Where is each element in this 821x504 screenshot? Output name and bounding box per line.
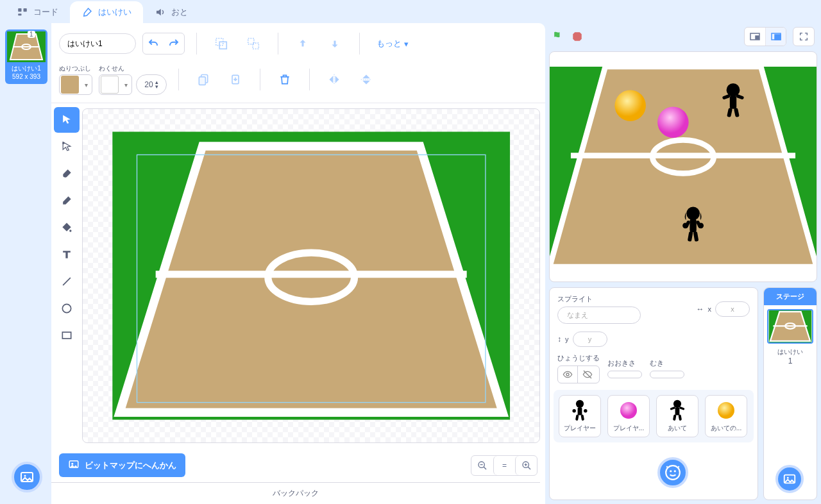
svg-rect-75 bbox=[673, 414, 677, 421]
flip-vertical-button[interactable] bbox=[353, 67, 379, 92]
stage-thumbnail[interactable] bbox=[767, 309, 813, 344]
svg-rect-65 bbox=[578, 407, 582, 415]
fill-tool[interactable] bbox=[54, 215, 80, 240]
paste-button[interactable] bbox=[223, 67, 248, 92]
zoom-controls: = bbox=[471, 455, 537, 476]
tab-costumes[interactable]: はいけい bbox=[70, 1, 143, 23]
delete-button[interactable] bbox=[272, 67, 298, 92]
forward-button[interactable] bbox=[290, 31, 316, 56]
editor-tabs: コード はいけい おと bbox=[0, 0, 821, 23]
zoom-in-button[interactable] bbox=[515, 456, 537, 475]
size-label: おおきさ bbox=[607, 358, 642, 368]
flip-horizontal-button[interactable] bbox=[321, 67, 347, 92]
svg-point-16 bbox=[62, 142, 64, 144]
sprite-thumb bbox=[618, 399, 639, 421]
sound-icon bbox=[155, 6, 166, 18]
backward-button[interactable] bbox=[322, 31, 348, 56]
costume-name: はいけい1 bbox=[5, 64, 47, 73]
small-stage-button[interactable] bbox=[745, 28, 765, 46]
visibility-toggle[interactable] bbox=[557, 365, 600, 383]
chevron-down-icon: ▾ bbox=[120, 81, 131, 88]
stop-button[interactable] bbox=[571, 30, 584, 43]
sprite-item-opponent[interactable]: あいて bbox=[656, 395, 698, 437]
image-icon bbox=[68, 458, 80, 472]
fill-color-picker[interactable]: ▾ bbox=[59, 74, 92, 95]
convert-bitmap-button[interactable]: ビットマップにへんかん bbox=[59, 453, 185, 477]
sprite-thumb bbox=[666, 399, 688, 421]
tab-sounds[interactable]: おと bbox=[143, 1, 199, 23]
convert-label: ビットマップにへんかん bbox=[85, 460, 176, 471]
select-tool[interactable] bbox=[54, 107, 80, 133]
outline-color-picker[interactable]: ▾ bbox=[99, 74, 132, 95]
fullscreen-button[interactable] bbox=[793, 28, 814, 46]
undo-button[interactable] bbox=[143, 33, 164, 54]
redo-button[interactable] bbox=[164, 33, 184, 54]
fill-label: ぬりつぶし bbox=[59, 64, 91, 73]
costume-thumbnail[interactable]: 1 はいけい1 592 x 393 bbox=[5, 29, 47, 84]
sprite-name: あいて bbox=[668, 424, 687, 433]
eraser-tool[interactable] bbox=[54, 188, 80, 214]
zoom-out-button[interactable] bbox=[471, 456, 493, 475]
svg-line-29 bbox=[484, 467, 486, 469]
sprite-item-player[interactable]: プレイヤー bbox=[559, 395, 601, 437]
ungroup-button[interactable] bbox=[241, 31, 266, 56]
add-costume-fab[interactable] bbox=[12, 462, 42, 492]
x-input[interactable]: x bbox=[715, 301, 750, 317]
svg-point-79 bbox=[670, 470, 672, 472]
svg-point-77 bbox=[718, 402, 734, 419]
rect-tool[interactable] bbox=[54, 323, 80, 348]
line-tool[interactable] bbox=[54, 269, 80, 294]
svg-point-80 bbox=[674, 470, 676, 472]
sprite-title: スプライト bbox=[557, 294, 689, 304]
more-button[interactable]: もっと ▾ bbox=[371, 35, 414, 52]
outline-width-input[interactable]: 20 ▴▾ bbox=[136, 74, 167, 95]
reshape-tool[interactable] bbox=[54, 134, 80, 160]
costume-name-input[interactable] bbox=[59, 33, 136, 54]
text-tool[interactable] bbox=[54, 242, 80, 267]
chevron-down-icon: ▾ bbox=[404, 39, 409, 49]
tab-code-label: コード bbox=[33, 6, 58, 18]
copy-button[interactable] bbox=[190, 67, 216, 92]
hide-icon bbox=[577, 366, 597, 383]
sprite-info-panel: スプライト なまえ ↔ x x ↕ y y bbox=[549, 287, 758, 500]
svg-point-64 bbox=[576, 400, 584, 408]
costume-index: 1 bbox=[28, 31, 35, 38]
stage-size-controls bbox=[744, 27, 786, 46]
add-sprite-fab[interactable] bbox=[657, 457, 688, 488]
group-button[interactable] bbox=[208, 31, 234, 56]
sprite-item-opponent-ball[interactable]: あいての... bbox=[705, 395, 747, 437]
sprite-name-input[interactable]: なまえ bbox=[557, 307, 641, 324]
sprite-name: プレイヤー bbox=[564, 424, 596, 433]
svg-rect-73 bbox=[670, 407, 675, 410]
sprite-item-player-ball[interactable]: プレイヤ... bbox=[607, 395, 650, 437]
svg-rect-0 bbox=[18, 8, 21, 12]
backpack-bar[interactable]: バックパック bbox=[51, 482, 540, 504]
green-flag-button[interactable] bbox=[552, 30, 564, 43]
fill-swatch bbox=[61, 76, 79, 94]
costume-size: 592 x 393 bbox=[5, 73, 47, 80]
arrows-v-icon: ↕ bbox=[557, 335, 561, 344]
y-input[interactable]: y bbox=[573, 332, 607, 347]
svg-point-47 bbox=[657, 106, 689, 138]
paint-canvas[interactable] bbox=[82, 108, 540, 443]
zoom-reset-button[interactable]: = bbox=[493, 456, 515, 475]
tool-column bbox=[51, 103, 82, 448]
circle-tool[interactable] bbox=[54, 296, 80, 321]
paint-editor: 1 はいけい1 592 x 393 もっと bbox=[51, 23, 545, 504]
direction-input[interactable] bbox=[650, 371, 684, 378]
tab-code[interactable]: コード bbox=[5, 1, 70, 23]
svg-rect-20 bbox=[62, 332, 71, 339]
size-input[interactable] bbox=[607, 371, 642, 378]
brush-tool[interactable] bbox=[54, 161, 80, 187]
svg-point-54 bbox=[686, 206, 700, 220]
large-stage-button[interactable] bbox=[765, 28, 786, 46]
stage[interactable] bbox=[549, 51, 817, 282]
add-backdrop-fab[interactable] bbox=[775, 465, 804, 493]
stage-selector[interactable]: ステージ はいけい 1 bbox=[763, 287, 817, 500]
backdrop-artwork bbox=[94, 117, 528, 434]
tab-costumes-label: はいけい bbox=[98, 6, 131, 18]
code-icon bbox=[17, 6, 28, 18]
outline-swatch bbox=[101, 76, 119, 94]
svg-point-67 bbox=[584, 409, 587, 412]
sprite-thumb bbox=[569, 399, 591, 421]
